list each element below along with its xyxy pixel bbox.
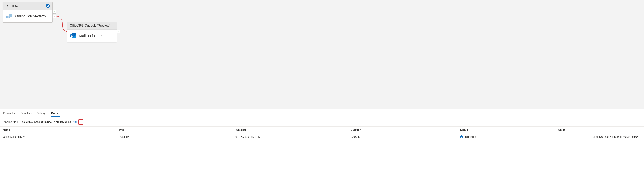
tab-settings[interactable]: Settings	[36, 110, 46, 117]
cell-run-start: 4/21/2023, 6:18:31 PM	[232, 133, 348, 141]
svg-rect-6	[9, 14, 12, 17]
col-duration[interactable]: Duration	[348, 126, 457, 133]
pipeline-run-id-label: Pipeline run ID:	[3, 120, 20, 124]
svg-marker-15	[81, 120, 82, 121]
info-button[interactable]	[85, 120, 90, 124]
svg-marker-9	[10, 14, 10, 14]
col-name[interactable]: Name	[0, 126, 116, 133]
activity-header: Office365 Outlook (Preview)	[67, 22, 117, 30]
table-row[interactable]: OnlineSalesActivity Dataflow 4/21/2023, …	[0, 133, 644, 141]
refresh-icon	[80, 120, 82, 124]
pipeline-run-id-value: aa8e7b77-5a5c-4264-bea8-a7103c52d3a8	[22, 120, 71, 124]
table-header-row: Name Type Run start Duration Status Run …	[0, 126, 644, 133]
svg-point-17	[88, 121, 88, 122]
info-icon	[86, 120, 89, 124]
col-run-start[interactable]: Run start	[232, 126, 348, 133]
pipeline-canvas[interactable]: Dataflow OnlineSalesActivity ✓	[0, 0, 644, 108]
activity-name-label: OnlineSalesActivity	[15, 14, 46, 18]
activity-node-dataflow[interactable]: Dataflow OnlineSalesActivity ✓	[3, 2, 52, 23]
outlook-icon	[70, 33, 76, 38]
pipeline-run-row: Pipeline run ID: aa8e7b77-5a5c-4264-bea8…	[0, 117, 644, 126]
refresh-button[interactable]	[78, 120, 84, 124]
activity-header: Dataflow	[3, 2, 52, 10]
activity-body: Mail on failure	[67, 30, 117, 42]
col-run-id[interactable]: Run ID	[554, 126, 644, 133]
panel-tabs: Parameters Variables Settings Output	[0, 109, 644, 117]
output-panel: Parameters Variables Settings Output Pip…	[0, 108, 644, 140]
success-port-icon[interactable]: ✓	[117, 30, 120, 34]
tab-output[interactable]: Output	[51, 110, 60, 117]
col-type[interactable]: Type	[116, 126, 232, 133]
cell-status: In progress	[457, 133, 554, 141]
activity-type-label: Office365 Outlook (Preview)	[70, 24, 110, 28]
in-progress-icon	[46, 4, 50, 8]
cell-name: OnlineSalesActivity	[0, 133, 116, 141]
cell-duration: 00:00:12	[348, 133, 457, 141]
in-progress-icon	[460, 136, 463, 138]
svg-marker-10	[66, 31, 67, 32]
activity-node-outlook[interactable]: Office365 Outlook (Preview) Mail on fail…	[67, 22, 117, 42]
cell-run-id: aff7ed76-25ad-4485-a6ed-49d3b1ecc067	[554, 133, 644, 141]
inspect-link[interactable]: [@]	[73, 121, 76, 124]
tab-variables[interactable]: Variables	[21, 110, 32, 117]
success-port-icon[interactable]: ✓	[53, 10, 56, 14]
cell-type: Dataflow	[116, 133, 232, 141]
activity-body: OnlineSalesActivity	[3, 10, 52, 22]
activity-type-label: Dataflow	[6, 4, 18, 8]
output-table: Name Type Run start Duration Status Run …	[0, 126, 644, 140]
tab-parameters[interactable]: Parameters	[3, 110, 17, 117]
failure-port-icon[interactable]: ✕	[53, 15, 56, 18]
status-text: In progress	[464, 136, 477, 138]
activity-name-label: Mail on failure	[79, 34, 102, 38]
dataflow-icon	[6, 14, 13, 19]
col-status[interactable]: Status	[457, 126, 554, 133]
